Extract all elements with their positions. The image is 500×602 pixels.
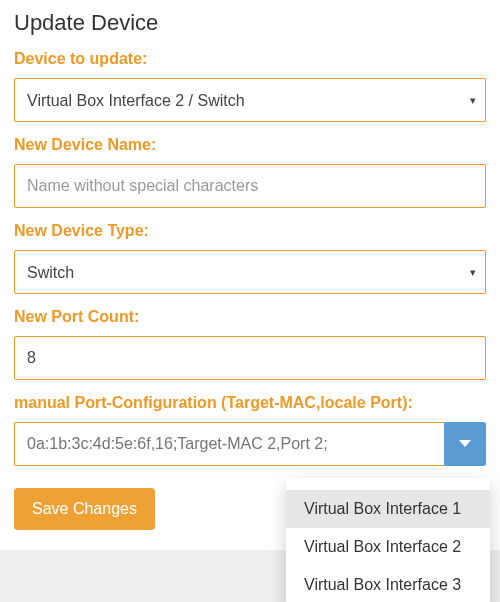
- port-config-combo: [14, 422, 486, 466]
- port-config-dropdown-panel: Virtual Box Interface 1Virtual Box Inter…: [286, 478, 490, 602]
- device-to-update-label: Device to update:: [14, 50, 486, 68]
- svg-marker-0: [459, 440, 471, 447]
- update-device-form: Update Device Device to update: Virtual …: [0, 0, 500, 530]
- dropdown-item[interactable]: Virtual Box Interface 2: [286, 528, 490, 566]
- port-config-label: manual Port-Configuration (Target-MAC,lo…: [14, 394, 486, 412]
- port-config-input[interactable]: [14, 422, 444, 466]
- new-device-type-label: New Device Type:: [14, 222, 486, 240]
- save-changes-button[interactable]: Save Changes: [14, 488, 155, 530]
- page-title: Update Device: [14, 10, 486, 36]
- new-device-type-select[interactable]: Switch: [14, 250, 486, 294]
- device-to-update-select[interactable]: Virtual Box Interface 2 / Switch: [14, 78, 486, 122]
- port-config-dropdown-toggle[interactable]: [444, 422, 486, 466]
- dropdown-item[interactable]: Virtual Box Interface 1: [286, 490, 490, 528]
- new-device-name-input[interactable]: [14, 164, 486, 208]
- new-port-count-label: New Port Count:: [14, 308, 486, 326]
- new-port-count-input[interactable]: [14, 336, 486, 380]
- new-device-name-label: New Device Name:: [14, 136, 486, 154]
- dropdown-item[interactable]: Virtual Box Interface 3: [286, 566, 490, 602]
- caret-down-icon: [459, 440, 471, 448]
